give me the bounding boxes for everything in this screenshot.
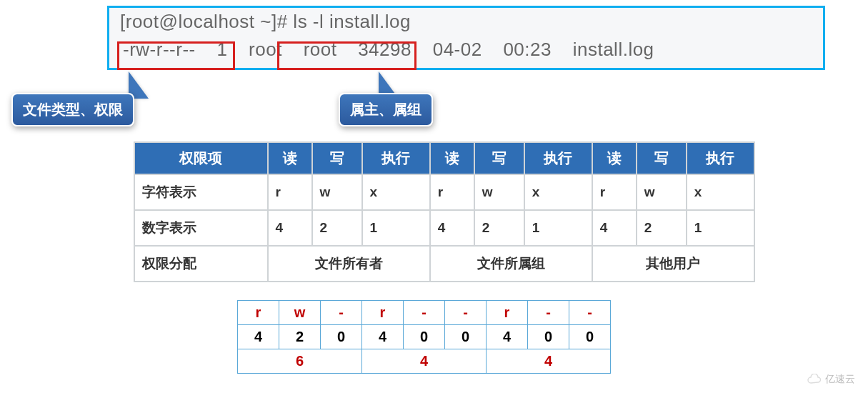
sym-5: - — [445, 301, 487, 325]
terminal-command: [root@localhost ~]# ls -l install.log — [120, 11, 812, 33]
val-5: 0 — [445, 325, 487, 349]
cell-alloc-group: 文件所属组 — [430, 246, 592, 282]
watermark: 亿速云 — [807, 373, 855, 386]
cell-char-r3: r — [592, 174, 637, 210]
cell-char-r2: r — [430, 174, 474, 210]
num-row-sums: 6 4 4 — [238, 349, 611, 374]
cell-num-2-2: 2 — [474, 210, 524, 246]
cell-alloc-label: 权限分配 — [134, 246, 268, 282]
terminal-output-box: [root@localhost ~]# ls -l install.log -r… — [107, 6, 825, 70]
cell-num-1-2: 1 — [524, 210, 592, 246]
cell-char-r1: r — [268, 174, 312, 210]
cell-char-w1: w — [312, 174, 362, 210]
table-row-num: 数字表示 4 2 1 4 2 1 4 2 1 — [134, 210, 754, 246]
sym-8: - — [569, 301, 611, 325]
sym-4: - — [404, 301, 445, 325]
cell-num-2-3: 2 — [637, 210, 687, 246]
table-row-alloc: 权限分配 文件所有者 文件所属组 其他用户 — [134, 246, 754, 282]
sym-1: w — [279, 301, 321, 325]
val-4: 0 — [404, 325, 445, 349]
cell-num-4-3: 4 — [592, 210, 637, 246]
sym-0: r — [238, 301, 279, 325]
sym-2: - — [321, 301, 362, 325]
cell-char-x1: x — [362, 174, 430, 210]
callout-owner-group: 属主、属组 — [339, 93, 433, 126]
header-write-3: 写 — [637, 142, 687, 174]
header-read-1: 读 — [268, 142, 312, 174]
sym-6: r — [487, 301, 528, 325]
val-8: 0 — [569, 325, 611, 349]
cell-char-label: 字符表示 — [134, 174, 268, 210]
numeric-example-table: r w - r - - r - - 4 2 0 4 0 0 4 0 0 6 4 … — [237, 300, 611, 374]
cell-num-1-1: 1 — [362, 210, 430, 246]
cell-char-w3: w — [637, 174, 687, 210]
cell-char-x2: x — [524, 174, 592, 210]
num-row-values: 4 2 0 4 0 0 4 0 0 — [238, 325, 611, 349]
val-7: 0 — [528, 325, 569, 349]
permission-reference-table: 权限项 读 写 执行 读 写 执行 读 写 执行 字符表示 r w x r w … — [134, 141, 755, 282]
cell-num-4-1: 4 — [268, 210, 312, 246]
watermark-text: 亿速云 — [825, 373, 855, 386]
num-row-symbols: r w - r - - r - - — [238, 301, 611, 325]
cell-num-label: 数字表示 — [134, 210, 268, 246]
sum-owner: 6 — [238, 349, 362, 374]
val-1: 2 — [279, 325, 321, 349]
val-3: 4 — [362, 325, 404, 349]
header-exec-3: 执行 — [687, 142, 754, 174]
sum-group: 4 — [362, 349, 487, 374]
header-write-1: 写 — [312, 142, 362, 174]
header-exec-2: 执行 — [524, 142, 592, 174]
header-write-2: 写 — [474, 142, 524, 174]
cloud-icon — [807, 374, 822, 385]
header-exec-1: 执行 — [362, 142, 430, 174]
header-perm-item: 权限项 — [134, 142, 268, 174]
cell-char-x3: x — [687, 174, 754, 210]
cell-num-2-1: 2 — [312, 210, 362, 246]
sym-3: r — [362, 301, 404, 325]
cell-char-w2: w — [474, 174, 524, 210]
table-header-row: 权限项 读 写 执行 读 写 执行 读 写 执行 — [134, 142, 754, 174]
val-0: 4 — [238, 325, 279, 349]
terminal-output: -rw-r--r-- 1 root root 34298 04-02 00:23… — [120, 39, 812, 61]
callout-file-type-permission: 文件类型、权限 — [11, 93, 134, 126]
header-read-2: 读 — [430, 142, 474, 174]
val-2: 0 — [321, 325, 362, 349]
cell-alloc-other: 其他用户 — [592, 246, 754, 282]
cell-alloc-owner: 文件所有者 — [268, 246, 430, 282]
table-row-char: 字符表示 r w x r w x r w x — [134, 174, 754, 210]
val-6: 4 — [487, 325, 528, 349]
cell-num-1-3: 1 — [687, 210, 754, 246]
sym-7: - — [528, 301, 569, 325]
sum-other: 4 — [487, 349, 611, 374]
cell-num-4-2: 4 — [430, 210, 474, 246]
header-read-3: 读 — [592, 142, 637, 174]
